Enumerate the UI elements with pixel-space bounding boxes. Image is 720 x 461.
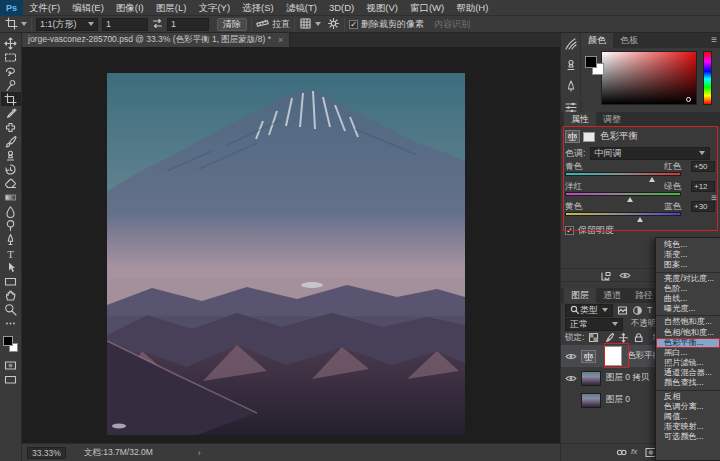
tab-swatches[interactable]: 色板 [613,33,645,48]
dodge-tool[interactable] [1,218,21,232]
layer-visibility-eye-icon[interactable] [563,370,579,386]
menu-item[interactable]: 黑白... [656,348,720,358]
eyedropper-tool[interactable] [1,106,21,120]
layer-filter-select[interactable]: 类型 [565,304,613,317]
clear-button[interactable]: 清除 [217,18,247,31]
tone-select[interactable]: 中间调 [590,147,710,160]
tab-layers[interactable]: 图层 [564,288,596,303]
visibility-eye-icon[interactable] [619,271,631,282]
delete-cropped-label[interactable]: 删除裁剪的像素 [361,18,424,31]
layer-visibility-empty[interactable] [563,392,579,408]
menu-item[interactable]: 渐变... [656,250,720,260]
screen-mode-icon[interactable] [1,372,21,386]
crop-ratio-select[interactable]: 1:1(方形) [36,18,98,31]
color-field[interactable] [601,51,697,105]
zoom-tool[interactable] [1,302,21,316]
tab-adjustments[interactable]: 调整 [596,112,628,127]
clone-stamp-tool[interactable] [1,148,21,162]
crop-options-gear-icon[interactable] [327,17,340,32]
photoshop-logo-icon[interactable]: Ps [0,0,23,16]
lock-image-icon[interactable] [603,332,614,343]
layer-name[interactable]: 图层 0 [606,394,630,406]
tab-channels[interactable]: 通道 [596,288,628,303]
clip-to-layer-icon[interactable] [599,271,611,284]
foreground-color-swatch[interactable] [585,56,597,68]
menu-item[interactable]: 曲线... [656,294,720,304]
quick-selection-tool[interactable] [1,78,21,92]
status-expand-icon[interactable]: › [198,448,201,458]
preserve-luminosity-label[interactable]: 保留明度 [578,224,614,237]
menu-item[interactable]: 色相/饱和度... [656,328,720,338]
filter-type-layers-icon[interactable]: T [647,305,653,315]
slider-value-input[interactable]: +30 [691,201,715,212]
panel-menu-icon[interactable]: ≡ [711,34,717,45]
hand-tool[interactable] [1,288,21,302]
canvas-area[interactable] [22,47,560,443]
menu-item[interactable]: 渐变映射... [656,422,720,432]
slider-value-input[interactable]: +50 [691,161,715,172]
crop-tool[interactable] [1,92,21,106]
close-tab-icon[interactable]: × [278,35,283,45]
slider-track[interactable] [565,172,681,176]
menu-6[interactable]: 滤镜(T) [280,0,323,16]
color-field-marker[interactable] [686,97,691,102]
lasso-tool[interactable] [1,64,21,78]
lock-position-icon[interactable] [618,332,629,343]
menu-item[interactable]: 自然饱和度... [656,317,720,327]
adjustment-layer-thumbnail[interactable] [581,350,596,363]
menu-item[interactable]: 可选颜色... [656,432,720,442]
layer-style-fx-icon[interactable]: fx [631,447,637,456]
menu-0[interactable]: 文件(F) [23,0,66,16]
layer-mask-thumbnail[interactable] [604,346,622,366]
lock-transparency-icon[interactable] [588,332,599,343]
slider-track[interactable] [565,212,681,216]
brush-tool[interactable] [1,134,21,148]
menu-7[interactable]: 3D(D) [323,0,360,16]
slider-thumb[interactable] [637,217,643,222]
blur-tool[interactable] [1,204,21,218]
crop-width-input[interactable]: 1 [102,18,148,31]
foreground-color-swatch[interactable] [3,336,13,346]
zoom-level-input[interactable]: 33.33% [27,447,66,459]
crop-tool-icon[interactable] [5,17,18,32]
layer-thumbnail[interactable] [581,393,601,408]
preserve-luminosity-checkbox[interactable]: ✓ [565,226,574,235]
filter-adjustment-layers-icon[interactable] [632,305,643,316]
color-swatches[interactable] [1,334,21,358]
edit-toolbar[interactable] [1,316,21,330]
history-brush-tool[interactable] [1,162,21,176]
menu-item[interactable]: 阈值... [656,412,720,422]
quick-mask-icon[interactable] [1,358,21,372]
overlay-caret-icon[interactable] [315,22,321,26]
path-selection-tool[interactable] [1,260,21,274]
spot-healing-tool[interactable] [1,120,21,134]
marquee-tool[interactable] [1,50,21,64]
layer-thumbnail[interactable] [581,371,601,386]
lock-all-icon[interactable] [633,332,644,343]
menu-item[interactable]: 图案... [656,260,720,270]
delete-cropped-checkbox[interactable]: ✓ [349,20,358,29]
clone-source-icon[interactable] [563,58,579,72]
swap-dimensions-icon[interactable] [151,17,164,32]
tool-preset-caret-icon[interactable] [21,22,27,26]
link-layers-icon[interactable] [616,447,628,460]
type-tool[interactable]: T [1,246,21,260]
menu-3[interactable]: 图层(L) [150,0,193,16]
menu-10[interactable]: 帮助(H) [450,0,494,16]
gradient-tool[interactable] [1,190,21,204]
layer-name[interactable]: 图层 0 拷贝 [606,372,649,384]
menu-item[interactable]: 颜色查找... [656,378,720,388]
move-tool[interactable] [1,36,21,50]
slider-track[interactable] [565,192,681,196]
menu-8[interactable]: 视图(V) [360,0,404,16]
straighten-label[interactable]: 拉直 [272,18,290,31]
glyphs-panel-icon[interactable] [563,79,579,93]
menu-item[interactable]: 亮度/对比度... [656,274,720,284]
menu-1[interactable]: 编辑(E) [66,0,110,16]
menu-item[interactable]: 色调分离... [656,402,720,412]
menu-2[interactable]: 图像(I) [110,0,150,16]
hue-slider[interactable] [703,51,712,105]
brush-settings-icon[interactable] [563,37,579,51]
menu-item[interactable]: 曝光度... [656,304,720,314]
layer-visibility-eye-icon[interactable] [563,348,579,364]
